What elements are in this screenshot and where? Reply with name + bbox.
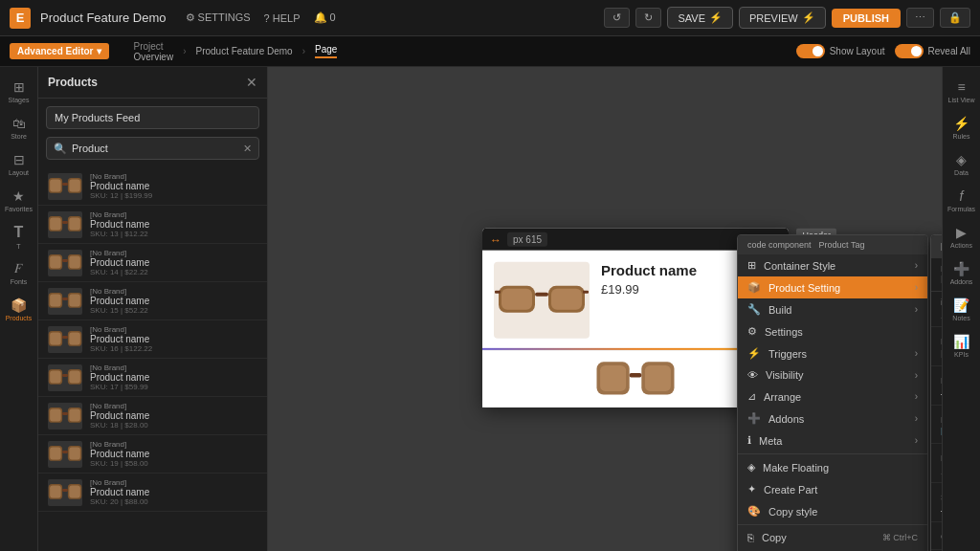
ctx-build[interactable]: 🔧Build ›	[738, 298, 927, 320]
svg-rect-44	[62, 489, 68, 492]
svg-rect-6	[50, 217, 61, 230]
arrow-icon-3: ›	[915, 304, 918, 315]
ctx-container-style[interactable]: ⊞Container Style ›	[738, 254, 927, 276]
sidebar-item-list-view[interactable]: ≡ List View	[946, 75, 978, 107]
more-options-button[interactable]: ⋯	[906, 8, 934, 28]
ctx-visibility[interactable]: 👁Visibility ›	[738, 364, 927, 386]
panel-close-button[interactable]: ✕	[246, 75, 257, 90]
ctx-divider-1	[738, 453, 927, 454]
addons-label: Addons	[950, 278, 973, 285]
ps-divider-7	[931, 549, 942, 550]
reveal-all-toggle[interactable]	[895, 44, 924, 58]
ctx-addons[interactable]: ➕Addons ›	[738, 408, 927, 430]
svg-rect-26	[50, 370, 61, 383]
sidebar-item-store[interactable]: 🛍 Store	[3, 111, 35, 143]
sidebar-item-products[interactable]: 📦 Products	[3, 293, 35, 325]
sidebar-item-text[interactable]: T T	[3, 220, 35, 253]
breadcrumb-page[interactable]: Page	[315, 44, 337, 58]
sidebar-item-notes[interactable]: 📝 Notes	[946, 293, 978, 325]
help-nav[interactable]: ? HELP	[264, 12, 301, 24]
save-label: SAVE	[678, 12, 705, 24]
ctx-header-sub: Product Tag	[819, 240, 865, 250]
product-list-item[interactable]: [No Brand] Product name SKU: 17 | $59.99	[38, 359, 267, 397]
lock-button[interactable]: 🔒	[940, 8, 970, 28]
ctx-arrange[interactable]: ⊿Arrange ›	[738, 386, 927, 408]
svg-rect-46	[501, 289, 532, 310]
ps-link-value[interactable]: https://dot.vu/	[941, 427, 942, 437]
product-sku: SKU: 12 | $199.99	[90, 191, 257, 200]
svg-rect-48	[551, 289, 582, 310]
product-thumbnail	[48, 211, 82, 238]
product-name: Product name	[90, 334, 257, 344]
product-name: Product name	[90, 372, 257, 383]
edit-mode-button[interactable]: Advanced Editor ▾	[10, 43, 109, 59]
product-list-item[interactable]: [No Brand] Product name SKU: 12 | $199.9…	[38, 167, 267, 206]
show-layout-toggle[interactable]	[796, 44, 825, 58]
preview-icon: ⚡	[802, 11, 815, 24]
panel-header: Products ✕	[38, 67, 267, 99]
publish-button[interactable]: PUBLISH	[832, 9, 901, 28]
sidebar-item-addons[interactable]: ➕ Addons	[946, 256, 978, 289]
preview-button[interactable]: PREVIEW ⚡	[739, 7, 826, 29]
svg-rect-3	[69, 179, 80, 191]
svg-rect-50	[495, 291, 501, 294]
ctx-triggers[interactable]: ⚡Triggers ›	[738, 342, 927, 364]
ps-name-section: Name Product name	[931, 331, 942, 362]
svg-rect-29	[62, 374, 68, 377]
product-list-item[interactable]: [No Brand] Product name SKU: 20 | $88.00	[38, 474, 267, 512]
canvas-area[interactable]: ↔ px 615 ⋮ Header	[268, 67, 942, 551]
ps-title: Product Setting	[931, 235, 942, 258]
ctx-meta[interactable]: ℹMeta ›	[738, 430, 927, 452]
clear-search-button[interactable]: ✕	[243, 143, 252, 155]
product-sku: SKU: 15 | $52.22	[90, 306, 257, 315]
reveal-all-toggle-wrap: Reveal All	[895, 44, 970, 58]
arrow-icon-8: ›	[915, 435, 918, 446]
ctx-settings[interactable]: ⚙Settings	[738, 320, 927, 342]
product-list-item[interactable]: [No Brand] Product name SKU: 13 | $12.22	[38, 206, 267, 244]
sidebar-item-favorites[interactable]: ★ Favorites	[3, 184, 35, 216]
product-list-item[interactable]: [No Brand] Product name SKU: 16 | $122.2…	[38, 320, 267, 359]
undo-button[interactable]: ↺	[604, 8, 630, 28]
sidebar-item-formulas[interactable]: f Formulas	[946, 184, 978, 216]
sidebar-item-data[interactable]: ◈ Data	[946, 147, 978, 180]
save-icon: ⚡	[709, 11, 723, 24]
product-thumbnail	[48, 326, 82, 353]
ctx-create-part[interactable]: ✦Create Part	[738, 478, 927, 500]
svg-rect-19	[62, 298, 68, 300]
search-input[interactable]	[46, 137, 259, 160]
sidebar-item-rules[interactable]: ⚡ Rules	[946, 111, 978, 143]
ps-sale-price-value: –	[941, 504, 942, 516]
settings-nav[interactable]: ⚙ SETTINGS	[186, 11, 251, 24]
product-list-item[interactable]: [No Brand] Product name SKU: 14 | $22.22	[38, 244, 267, 282]
sidebar-item-layout[interactable]: ⊟ Layout	[3, 147, 35, 180]
ctx-copy[interactable]: ⎘Copy ⌘ Ctrl+C	[738, 527, 927, 548]
preview-product-image	[494, 262, 590, 339]
product-brand: [No Brand]	[90, 172, 257, 181]
product-thumbnail	[48, 479, 82, 506]
save-button[interactable]: SAVE ⚡	[667, 7, 733, 29]
sidebar-item-stages[interactable]: ⊞ Stages	[3, 75, 35, 107]
layout-icon: ⊟	[13, 152, 25, 167]
layout-label: Layout	[9, 169, 29, 176]
edit-mode-label: Advanced Editor	[17, 46, 93, 56]
sidebar-item-fonts[interactable]: 𝐹 Fonts	[3, 256, 35, 289]
breadcrumb-project[interactable]: ProjectOverview	[133, 41, 173, 62]
ctx-copy-style[interactable]: 🎨Copy style	[738, 500, 927, 522]
redo-button[interactable]: ↻	[635, 8, 661, 28]
feed-select[interactable]: My Products Feed	[46, 106, 259, 129]
ctx-product-setting[interactable]: 📦Product Setting ›	[738, 276, 927, 298]
ps-color-label: Color	[941, 532, 942, 541]
app-title: Product Feature Demo	[40, 11, 167, 25]
product-brand: [No Brand]	[90, 287, 257, 296]
breadcrumb-demo[interactable]: Product Feature Demo	[196, 46, 293, 56]
product-sku: SKU: 13 | $12.22	[90, 230, 257, 238]
ctx-make-floating[interactable]: ◈Make Floating	[738, 456, 927, 478]
product-list-item[interactable]: [No Brand] Product name SKU: 15 | $52.22	[38, 282, 267, 320]
notifications-nav[interactable]: 🔔 0	[314, 11, 336, 24]
product-list-item[interactable]: [No Brand] Product name SKU: 19 | $58.00	[38, 435, 267, 474]
product-list-item[interactable]: [No Brand] Product name SKU: 18 | $28.00	[38, 397, 267, 435]
svg-rect-49	[535, 293, 548, 297]
store-label: Store	[11, 133, 27, 140]
sidebar-item-kpis[interactable]: 📊 KPIs	[946, 329, 978, 362]
sidebar-item-actions[interactable]: ▶ Actions	[946, 220, 978, 253]
